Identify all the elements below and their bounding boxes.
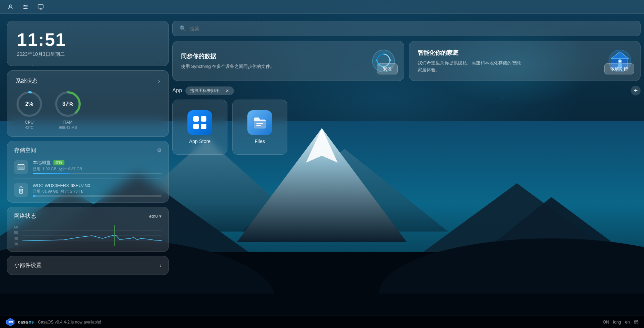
network-title: 网络状态 [14,213,36,220]
install-button[interactable]: 安装 [377,63,398,74]
clock-time: 11:51 [17,29,159,50]
files-icon [247,110,272,135]
storage-bar-0 [33,173,162,174]
svg-rect-48 [193,116,199,122]
storage-drive-icon-0 [14,160,28,174]
bottom-status-en: en [625,320,630,325]
storage-info-0: 本地磁盘 健康 已用: 1.92 GB 总计: 6.87 GB [33,160,162,174]
svg-point-17 [24,5,25,6]
storage-info-1: WDC WD30EFRX-68EUZN0 已用: 81.99 GB 总计: 2.… [33,183,162,197]
cpu-gauge: 2% CPU 43°C [16,90,43,130]
network-interface-label: eth0 [149,214,158,219]
bottom-status-85: 85 [634,320,638,325]
search-bar[interactable]: 🔍 [172,21,641,36]
casaos-logo-icon [6,317,15,327]
files-label: Files [255,139,265,144]
network-label-40: 40 [14,237,18,240]
appstore-icon [187,110,212,135]
ram-gauge: 37% RAM 989.43 MB [54,90,82,130]
svg-rect-52 [254,121,266,129]
bottom-update-text: CasaOS v0.4.4-2 is now available! [38,320,101,325]
widget-settings-card[interactable]: 小部件设置 › [7,256,169,275]
storage-item-1: WDC WD30EFRX-68EUZN0 已用: 81.99 GB 总计: 2.… [14,183,162,197]
clock-card: 11:51 2023年10月3日星期二 [7,21,169,66]
ram-label: RAM [63,120,73,125]
logo-casa: casa [18,319,28,325]
feature-text-syncthing: 同步你的数据 使用 Syncthing 在多个设备之间同步你的文件。 [181,52,366,70]
storage-badge-0: 健康 [53,160,64,165]
user-icon[interactable] [6,2,15,12]
search-input[interactable] [190,26,633,31]
storage-name-1: WDC WD30EFRX-68EUZN0 [33,183,90,188]
apps-sort-text: 拖拽图标来排序。 [190,88,223,94]
apps-sort-tag: 拖拽图标来排序。 ✕ [185,86,234,95]
apps-header: App 拖拽图标来排序。 ✕ + [172,86,641,95]
svg-point-18 [25,6,27,7]
features-row: 同步你的数据 使用 Syncthing 在多个设备之间同步你的文件。 [172,41,641,81]
storage-name-0: 本地磁盘 [33,160,51,166]
svg-point-31 [20,191,22,192]
widget-settings-title: 小部件设置 [14,262,42,269]
bottom-status-on: ON [603,320,609,325]
cpu-temp: 43°C [25,125,34,130]
network-label-60: 60 [14,225,18,229]
storage-divider [14,178,162,179]
svg-point-29 [23,167,24,168]
storage-usage-1: 已用: 81.99 GB 总计: 2.73 TB [33,189,162,194]
feature-desc-smarthome: 我们希望里为你提供隐私、高速和本地化存储的智能家居体验。 [418,60,521,73]
network-chart: 60 50 40 30 [14,225,162,246]
bottom-logo: casa os [6,317,34,327]
cpu-label: CPU [25,120,33,125]
svg-rect-20 [38,4,43,8]
feature-title-smarthome: 智能化你的家庭 [418,49,603,57]
svg-rect-51 [201,124,206,129]
storage-usage-0: 已用: 1.92 GB 总计: 6.87 GB [33,166,162,172]
storage-drive-icon-1 [14,183,28,197]
feature-card-smarthome: 智能化你的家庭 我们希望里为你提供隐私、高速和本地化存储的智能家居体验。 [409,41,641,81]
left-panel: 11:51 2023年10月3日星期二 系统状态 › 2% CPU [7,21,169,275]
logo-os: os [29,319,34,325]
bottom-status-long: long [613,320,621,325]
apps-section: App 拖拽图标来排序。 ✕ + App Store [172,86,641,155]
clock-date: 2023年10月3日星期二 [17,51,159,58]
bottom-bar: casa os CasaOS v0.4.4-2 is now available… [0,316,644,328]
taskbar [0,0,644,14]
bottom-right: ON long en 85 [603,320,638,325]
feature-card-syncthing: 同步你的数据 使用 Syncthing 在多个设备之间同步你的文件。 [172,41,404,81]
network-label-30: 30 [14,242,18,246]
storage-card: 存储空间 ⚙ 本地磁盘 健康 已用: 1.92 GB 总计: 6.87 GB [7,141,169,203]
ram-usage: 989.43 MB [59,125,77,130]
svg-rect-50 [193,124,199,129]
app-tile-appstore[interactable]: App Store [172,100,227,155]
storage-item-0: 本地磁盘 健康 已用: 1.92 GB 总计: 6.87 GB [14,160,162,174]
coming-soon-button[interactable]: 敬请期待 [604,63,634,74]
feature-title-syncthing: 同步你的数据 [181,52,366,60]
storage-settings-icon[interactable]: ⚙ [157,147,162,154]
widget-settings-arrow[interactable]: › [160,262,162,269]
feature-text-smarthome: 智能化你的家庭 我们希望里为你提供隐私、高速和本地化存储的智能家居体验。 [418,49,603,73]
gauges-row: 2% CPU 43°C 37% RAM 989.43 [16,90,160,130]
apps-sort-close-icon[interactable]: ✕ [225,88,229,93]
storage-bar-1 [33,195,162,197]
svg-point-47 [619,60,621,62]
svg-rect-49 [201,116,206,122]
search-icon: 🔍 [180,25,186,32]
system-status-card: 系统状态 › 2% CPU 43°C [7,70,169,137]
svg-point-13 [9,5,11,7]
chevron-down-icon: ▾ [159,214,162,219]
network-interface-select[interactable]: eth0 ▾ [149,214,162,219]
right-panel: 🔍 同步你的数据 使用 Syncthing 在多个设备之间同步你的文件。 [172,21,641,155]
apps-grid: App Store Files [172,100,641,155]
apps-label: App [172,88,182,94]
app-tile-files[interactable]: Files [232,100,287,155]
cpu-percent: 2% [25,101,33,107]
monitor-icon[interactable] [36,2,45,12]
apps-add-button[interactable]: + [631,86,641,95]
system-status-arrow[interactable]: › [158,78,160,85]
network-label-50: 50 [14,231,18,235]
sliders-icon[interactable] [21,2,30,12]
network-card: 网络状态 eth0 ▾ 60 50 40 30 [7,207,169,252]
bottom-logo-text: casa os [18,319,34,325]
svg-point-19 [24,8,25,9]
appstore-label: App Store [189,139,211,144]
